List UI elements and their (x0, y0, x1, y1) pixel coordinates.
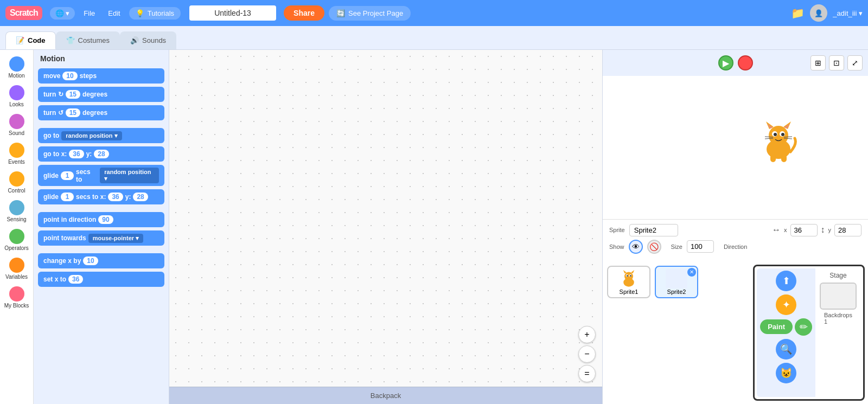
cat-myblocks[interactable]: My Blocks (0, 284, 33, 311)
block-point-towards[interactable]: point towards mouse-pointer ▾ (38, 230, 164, 246)
block-glide-xy[interactable]: glide 1 secs to x: 36 y: 28 (38, 189, 164, 204)
paint-icon-button[interactable]: ✏ (795, 318, 812, 336)
stage-full-view-button[interactable]: ⤢ (847, 55, 863, 70)
sprite-info-panel: Sprite ↔ x ↕ y Show 👁 🚫 Size Direction (603, 219, 868, 261)
zoom-in-button[interactable]: + (578, 326, 596, 343)
block-turn-cw[interactable]: turn ↻ 15 degrees (38, 87, 164, 102)
sprites-area: Sprite1 ✕ Sprite2 ⬆ ✦ Paint ✏ (603, 261, 868, 405)
scripts-canvas[interactable] (169, 50, 602, 404)
zoom-controls: + − = (578, 326, 596, 382)
zoom-reset-button[interactable]: = (578, 365, 596, 382)
zoom-out-button[interactable]: − (578, 345, 596, 363)
sprite1-thumbnail (618, 269, 640, 288)
topnav: Scratch 🌐 ▾ File Edit 💡 💡 Tutorials Tuto… (0, 0, 868, 26)
scratch-logo[interactable]: Scratch (5, 6, 42, 20)
sprite2-label: Sprite2 (667, 288, 686, 295)
stop-button[interactable] (738, 55, 753, 70)
block-glide-pos[interactable]: glide 1 secs to random position ▾ (38, 165, 164, 186)
project-name-input[interactable] (189, 5, 276, 21)
blocks-panel: Motion move 10 steps turn ↻ 15 degrees t… (34, 50, 169, 404)
sprite-y-input[interactable] (834, 224, 861, 236)
cat-sound[interactable]: Sound (0, 112, 33, 138)
green-flag-button[interactable]: ▶ (718, 55, 733, 70)
svg-point-22 (627, 275, 628, 277)
stage-small-view-button[interactable]: ⊞ (810, 55, 826, 70)
sprite-size-input[interactable] (687, 240, 714, 253)
edit-menu[interactable]: Edit (104, 7, 124, 20)
tabs-bar: 📝 Code 👕 Costumes 🔊 Sounds (0, 26, 868, 50)
stage-sidebar: Stage Backdrops 1 (815, 268, 861, 397)
add-sprite-button[interactable]: 😺 (776, 363, 796, 383)
globe-button[interactable]: 🌐 ▾ (50, 7, 75, 20)
show-hidden-button[interactable]: 🚫 (647, 240, 661, 254)
stage-thumbnail[interactable] (820, 283, 857, 310)
categories-sidebar: Motion Looks Sound Events Control Sensin… (0, 50, 34, 404)
sprite-x-input[interactable] (790, 224, 818, 236)
svg-point-17 (624, 272, 633, 280)
scratch-cat-sprite (754, 119, 803, 163)
cat-looks[interactable]: Looks (0, 83, 33, 110)
block-goto[interactable]: go to random position ▾ (38, 128, 164, 143)
backpack-bar[interactable]: Backpack (169, 387, 602, 404)
tab-code[interactable]: 📝 Code (5, 31, 56, 49)
svg-point-9 (781, 133, 784, 136)
user-name[interactable]: _adit_iii ▾ (833, 9, 863, 17)
tab-costumes[interactable]: 👕 Costumes (56, 31, 120, 49)
x-axis-icon: ↔ (772, 225, 781, 235)
main-area: Motion Looks Sound Events Control Sensin… (0, 50, 868, 404)
block-point-dir[interactable]: point in direction 90 (38, 212, 164, 227)
y-axis-icon: ↕ (821, 225, 825, 235)
file-menu[interactable]: File (79, 7, 99, 20)
stage-canvas (603, 76, 868, 219)
cat-events[interactable]: Events (0, 140, 33, 167)
show-visible-button[interactable]: 👁 (629, 240, 643, 254)
stage-normal-view-button[interactable]: ⊡ (829, 55, 844, 70)
upload-sprite-button[interactable]: ⬆ (776, 271, 796, 291)
stage-panel: ▶ ⊞ ⊡ ⤢ (602, 50, 868, 404)
search-sprite-button[interactable]: 🔍 (776, 339, 796, 360)
cat-sensing[interactable]: Sensing (0, 198, 33, 225)
svg-point-8 (774, 133, 777, 136)
sprite-controls-row: Show 👁 🚫 Size Direction (609, 240, 861, 254)
sprite-name-row: Sprite ↔ x ↕ y (609, 224, 861, 236)
sprite1-label: Sprite1 (620, 288, 639, 295)
sprite2-preview (666, 269, 687, 288)
svg-point-23 (630, 275, 631, 277)
block-goto-xy[interactable]: go to x: 36 y: 28 (38, 146, 164, 162)
block-set-x[interactable]: set x to 36 (38, 272, 164, 287)
surprise-sprite-button[interactable]: ✦ (776, 294, 796, 315)
nav-right: 📁 👤 _adit_iii ▾ (791, 4, 863, 22)
scripts-area: + − = Backpack (169, 50, 602, 404)
cat-operators[interactable]: Operators (0, 227, 33, 253)
block-move[interactable]: move 10 steps (38, 68, 164, 84)
backdrops-count: Backdrops 1 (824, 312, 852, 325)
sprites-list: Sprite1 ✕ Sprite2 (603, 261, 750, 405)
blocks-panel-title: Motion (40, 54, 164, 63)
cat-control[interactable]: Control (0, 169, 33, 196)
tutorials-button[interactable]: 💡 💡 Tutorials Tutorials (129, 7, 181, 20)
avatar: 👤 (810, 4, 827, 22)
see-project-button[interactable]: 🔄 See Project Page (329, 6, 411, 21)
svg-rect-11 (781, 155, 787, 162)
share-button[interactable]: Share (284, 5, 324, 21)
sprite-thumb-sprite1[interactable]: Sprite1 (607, 266, 650, 298)
tab-sounds[interactable]: 🔊 Sounds (120, 31, 176, 49)
stage-label: Stage (829, 272, 846, 279)
cat-motion[interactable]: Motion (0, 54, 33, 81)
block-turn-ccw[interactable]: turn ↺ 15 degrees (38, 105, 164, 120)
svg-rect-10 (770, 155, 776, 162)
block-change-x[interactable]: change x by 10 (38, 253, 164, 268)
sprite-delete-button[interactable]: ✕ (687, 268, 696, 277)
sprite-name-input[interactable] (629, 224, 678, 236)
sprite-thumb-sprite2[interactable]: ✕ Sprite2 (655, 266, 698, 298)
add-sprite-panel: ⬆ ✦ Paint ✏ 🔍 😺 (757, 268, 815, 397)
cat-variables[interactable]: Variables (0, 255, 33, 282)
svg-point-1 (769, 126, 788, 145)
paint-sprite-button[interactable]: Paint (760, 319, 793, 334)
stage-header: ▶ ⊞ ⊡ ⤢ (603, 50, 868, 76)
folder-button[interactable]: 📁 (791, 7, 805, 20)
